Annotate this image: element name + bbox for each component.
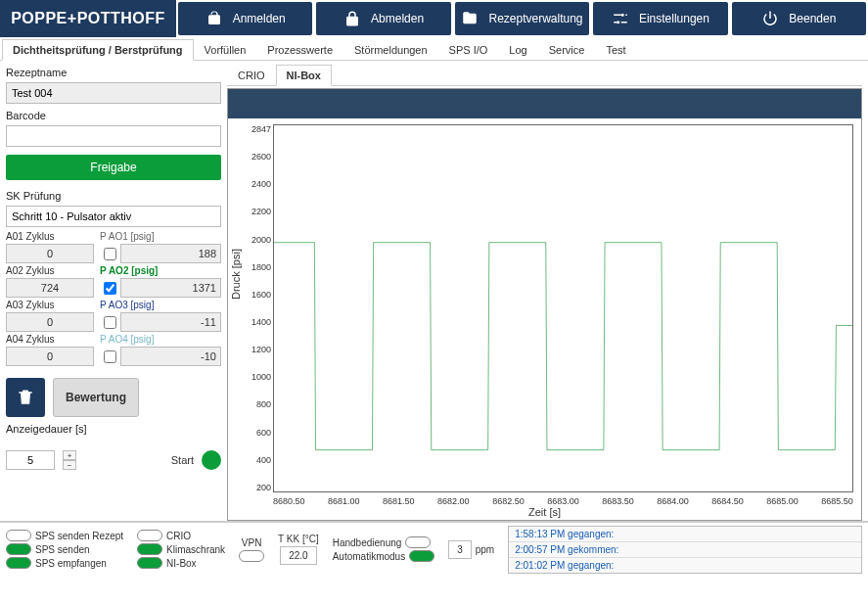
- tab-dichtheit[interactable]: Dichtheitsprüfung / Berstprüfung: [2, 39, 194, 61]
- einstellungen-button[interactable]: Einstellungen: [593, 2, 727, 35]
- handbedienung-label: Handbedienung: [333, 537, 402, 548]
- log-row: 2:01:02 PM gegangen:: [509, 558, 861, 573]
- barcode-label: Barcode: [6, 110, 221, 121]
- delete-button[interactable]: [6, 378, 45, 417]
- start-label: Start: [171, 454, 194, 466]
- x-axis-label: Zeit [s]: [528, 506, 561, 518]
- vpn-label: VPN: [242, 537, 262, 548]
- status-indicator: [137, 530, 162, 541]
- pao4-value: -10: [120, 347, 221, 366]
- a03-label: A03 Zyklus: [6, 300, 94, 310]
- power-icon: [761, 10, 779, 27]
- rezeptverwaltung-button[interactable]: Rezeptverwaltung: [455, 2, 589, 35]
- right-panel: CRIO NI-Box Druck [psi] Zeit [s] 2847260…: [227, 65, 862, 521]
- status-bar: SPS senden RezeptSPS sendenSPS empfangen…: [0, 521, 868, 576]
- start-button[interactable]: [202, 450, 221, 470]
- tab-nibox[interactable]: NI-Box: [276, 65, 332, 86]
- a02-value: 724: [6, 278, 94, 298]
- barcode-input[interactable]: [6, 125, 221, 147]
- tab-vorfuellen[interactable]: Vorfüllen: [194, 39, 257, 60]
- tab-log[interactable]: Log: [498, 39, 537, 60]
- bewertung-button[interactable]: Bewertung: [53, 378, 139, 417]
- trash-icon: [16, 388, 35, 407]
- ppm-value: 3: [448, 540, 472, 559]
- chart-tabs: CRIO NI-Box: [227, 65, 862, 86]
- beenden-button[interactable]: Beenden: [732, 2, 866, 35]
- chart-container: Druck [psi] Zeit [s] 2847260024002200200…: [227, 88, 862, 521]
- y-axis-label: Druck [psi]: [230, 249, 242, 300]
- pao1-label: P AO1 [psig]: [100, 231, 221, 242]
- anzeigedauer-down[interactable]: −: [63, 460, 76, 470]
- rezeptname-input[interactable]: [6, 82, 221, 104]
- tab-service[interactable]: Service: [538, 39, 596, 60]
- tkk-label: T KK [°C]: [278, 534, 319, 544]
- anmelden-button[interactable]: Anmelden: [178, 2, 312, 35]
- tab-spsio[interactable]: SPS I/O: [438, 39, 499, 60]
- pao4-checkbox[interactable]: [104, 350, 116, 363]
- folder-icon: [461, 10, 479, 27]
- y-ticks: 2847260024002200200018001600140012001000…: [246, 124, 271, 492]
- a04-value: 0: [6, 347, 94, 366]
- ppm-unit: ppm: [476, 544, 494, 555]
- lock-icon: [343, 10, 361, 27]
- a02-label: A02 Zyklus: [6, 265, 94, 276]
- status-label: SPS senden Rezept: [35, 531, 123, 541]
- status-label: SPS senden: [35, 544, 90, 555]
- automatik-label: Automatikmodus: [333, 551, 405, 562]
- status-label: NI-Box: [166, 558, 197, 569]
- freigabe-button[interactable]: Freigabe: [6, 155, 221, 180]
- pao2-checkbox[interactable]: [104, 282, 116, 295]
- status-indicator: [137, 543, 162, 555]
- header-bar: POPPE+POTTHOFF Anmelden Abmelden Rezeptv…: [0, 0, 868, 37]
- main-tabs: Dichtheitsprüfung / Berstprüfung Vorfüll…: [0, 37, 868, 61]
- chart-plot[interactable]: Druck [psi] Zeit [s] 2847260024002200200…: [228, 118, 861, 520]
- pao3-label: P AO3 [psig]: [100, 300, 221, 310]
- status-col-b: CRIOKlimaschrankNI-Box: [137, 530, 225, 569]
- vpn-indicator: [239, 550, 264, 562]
- sk-input[interactable]: [6, 206, 221, 227]
- status-indicator: [6, 557, 31, 569]
- a01-label: A01 Zyklus: [6, 231, 94, 242]
- status-indicator: [6, 530, 31, 541]
- tab-stoermeldungen[interactable]: Störmeldungen: [343, 39, 438, 60]
- anzeigedauer-label: Anzeigedauer [s]: [6, 423, 221, 435]
- event-log[interactable]: 1:58:13 PM gegangen:2:00:57 PM gekommen:…: [508, 526, 862, 574]
- status-indicator: [6, 543, 31, 555]
- sliders-icon: [612, 10, 629, 27]
- status-label: Klimaschrank: [166, 544, 225, 555]
- pao2-value: 1371: [120, 278, 221, 298]
- status-col-a: SPS senden RezeptSPS sendenSPS empfangen: [6, 530, 123, 569]
- tab-crio[interactable]: CRIO: [227, 65, 276, 85]
- pao2-label: P AO2 [psig]: [100, 265, 221, 276]
- anzeigedauer-up[interactable]: +: [63, 450, 76, 460]
- abmelden-button[interactable]: Abmelden: [316, 2, 450, 35]
- left-panel: Rezeptname Barcode Freigabe SK Prüfung A…: [6, 65, 221, 521]
- rezeptname-label: Rezeptname: [6, 67, 221, 78]
- x-ticks: 8680.508681.008681.508682.008682.508683.…: [273, 496, 853, 506]
- tab-test[interactable]: Test: [595, 39, 636, 60]
- pao3-checkbox[interactable]: [104, 316, 116, 329]
- log-row: 2:00:57 PM gekommen:: [509, 542, 861, 558]
- logo: POPPE+POTTHOFF: [0, 0, 176, 37]
- tab-prozesswerte[interactable]: Prozesswerte: [256, 39, 343, 60]
- pao3-value: -11: [120, 312, 221, 332]
- pao1-checkbox[interactable]: [104, 248, 116, 260]
- a01-value: 0: [6, 244, 94, 263]
- anzeigedauer-input[interactable]: [6, 450, 55, 470]
- sk-label: SK Prüfung: [6, 190, 221, 202]
- automatik-indicator: [409, 550, 434, 562]
- a04-label: A04 Zyklus: [6, 334, 94, 345]
- handbedienung-indicator: [405, 536, 431, 548]
- status-label: SPS empfangen: [35, 558, 107, 569]
- pao4-label: P AO4 [psig]: [100, 334, 221, 345]
- tkk-value: 22.0: [280, 546, 316, 565]
- status-label: CRIO: [166, 531, 191, 541]
- pao1-value: 188: [120, 244, 221, 263]
- log-row: 1:58:13 PM gegangen:: [509, 527, 861, 542]
- chart-toolbar: [228, 89, 861, 118]
- a03-value: 0: [6, 312, 94, 332]
- status-indicator: [137, 557, 162, 569]
- unlock-icon: [206, 10, 223, 27]
